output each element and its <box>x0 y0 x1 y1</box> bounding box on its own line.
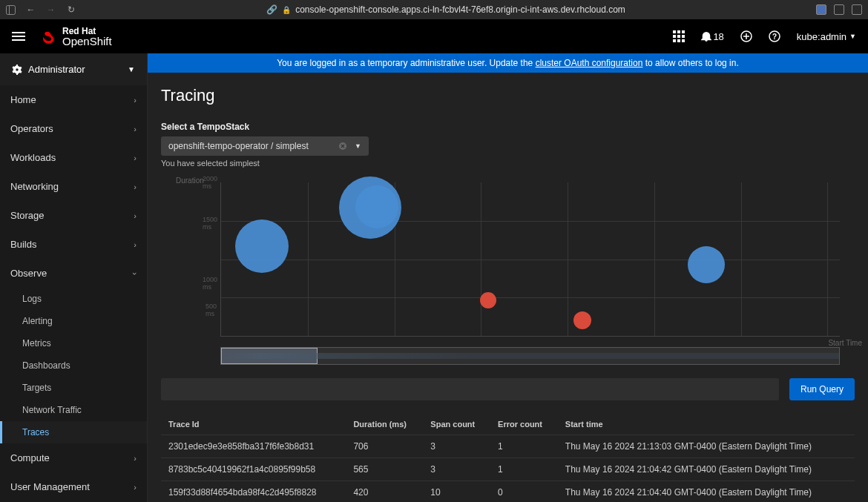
lock-icon: 🔒 <box>282 6 291 14</box>
query-input[interactable] <box>161 378 779 400</box>
browser-chrome: ← → ↻ 🔗 🔒 console-openshift-console.apps… <box>0 0 868 19</box>
col-trace-id[interactable]: Trace Id <box>161 414 346 435</box>
chevron-down-icon: › <box>131 272 139 275</box>
brand-text-bottom: OpenShift <box>62 36 112 47</box>
redhat-logo-icon <box>40 28 56 44</box>
chevron-down-icon: ▼ <box>355 142 361 150</box>
chevron-down-icon: ▼ <box>849 33 856 40</box>
sidebar-item-workloads[interactable]: Workloads› <box>0 143 147 172</box>
sidebar-item-observe[interactable]: Observe› <box>0 259 147 288</box>
run-query-button[interactable]: Run Query <box>789 378 855 400</box>
sidebar-sub-dashboards[interactable]: Dashboards <box>0 354 147 377</box>
table-row[interactable]: 159f33d88f4654bda98f4c2d495f8828420100Th… <box>161 481 855 503</box>
chevron-right-icon: › <box>134 182 137 191</box>
hamburger-icon[interactable] <box>12 32 25 41</box>
forward-icon[interactable]: → <box>46 5 56 15</box>
page-title: Tracing <box>161 86 855 105</box>
sidebar-sub-metrics[interactable]: Metrics <box>0 332 147 354</box>
clear-icon[interactable] <box>338 142 347 151</box>
sidebar: Administrator ▼ Home› Operators› Workloa… <box>0 53 148 502</box>
notification-count: 18 <box>713 31 723 42</box>
app-launcher-icon[interactable] <box>673 30 685 42</box>
trace-bubble[interactable] <box>688 246 725 283</box>
chart-ylabel: Duration <box>176 176 204 185</box>
chevron-right-icon: › <box>134 240 137 249</box>
col-duration[interactable]: Duration (ms) <box>346 414 423 435</box>
perspective-switcher[interactable]: Administrator ▼ <box>0 53 147 85</box>
sidebar-item-compute[interactable]: Compute› <box>0 443 147 472</box>
time-brush[interactable] <box>220 347 840 365</box>
link-icon: 🔗 <box>266 4 277 15</box>
browser-url[interactable]: console-openshift-console.apps.ci-ln-fcb… <box>295 4 625 15</box>
sidebar-sub-targets[interactable]: Targets <box>0 377 147 399</box>
tempostack-label: Select a TempoStack <box>161 122 855 132</box>
sidebar-item-networking[interactable]: Networking› <box>0 172 147 201</box>
bell-icon <box>701 31 711 42</box>
table-row[interactable]: 2301edec9e3e858fba317f6fe3b8d3170631Thu … <box>161 435 855 458</box>
banner-oauth-link[interactable]: cluster OAuth configuration <box>536 58 643 68</box>
trace-table: Trace Id Duration (ms) Span count Error … <box>161 414 855 502</box>
perspective-label: Administrator <box>28 64 85 75</box>
svg-rect-0 <box>7 5 16 14</box>
sidebar-item-home[interactable]: Home› <box>0 85 147 114</box>
trace-scatter-chart[interactable]: Duration 2000 ms 1500 ms 1000 ms 500 ms <box>206 182 840 346</box>
sidebar-item-operators[interactable]: Operators› <box>0 114 147 143</box>
help-icon[interactable]: ? <box>769 30 780 42</box>
tab-overview-icon[interactable] <box>834 4 844 15</box>
tempostack-hint: You have selected simplest <box>161 159 855 168</box>
col-start-time[interactable]: Start time <box>558 414 855 435</box>
sidebar-item-user-management[interactable]: User Management› <box>0 472 147 501</box>
trace-bubble-error[interactable] <box>480 292 496 308</box>
info-banner: You are logged in as a temporary adminis… <box>148 53 868 73</box>
chevron-right-icon: › <box>134 454 137 463</box>
brand-text-top: Red Hat <box>62 27 112 36</box>
extension-icon[interactable] <box>816 4 826 15</box>
brush-selection[interactable] <box>221 348 318 364</box>
sidebar-sub-logs[interactable]: Logs <box>0 288 147 310</box>
trace-bubble[interactable] <box>355 185 398 228</box>
table-row[interactable]: 8783bc5c40419962f1a4c0895f99b5856531Thu … <box>161 458 855 481</box>
import-icon[interactable] <box>740 30 752 42</box>
sidebar-toggle-icon[interactable] <box>6 5 16 15</box>
main-content: You are logged in as a temporary adminis… <box>148 53 868 502</box>
sidebar-sub-traces[interactable]: Traces <box>0 421 147 443</box>
masthead: Red Hat OpenShift 18 ? kube:admin ▼ <box>0 19 868 53</box>
chevron-down-icon: ▼ <box>128 65 135 73</box>
chart-xlabel: Start Time <box>828 339 862 347</box>
sidebar-item-builds[interactable]: Builds› <box>0 230 147 259</box>
sidebar-item-storage[interactable]: Storage› <box>0 201 147 230</box>
sidebar-sub-network-traffic[interactable]: Network Traffic <box>0 399 147 421</box>
back-icon[interactable]: ← <box>26 5 36 15</box>
svg-text:?: ? <box>772 33 777 41</box>
tempostack-value: openshift-tempo-operator / simplest <box>168 141 309 151</box>
tempostack-select[interactable]: openshift-tempo-operator / simplest ▼ <box>161 136 369 156</box>
chevron-right-icon: › <box>134 211 137 220</box>
col-span-count[interactable]: Span count <box>423 414 490 435</box>
chevron-right-icon: › <box>134 483 137 492</box>
gear-icon <box>12 65 22 75</box>
chevron-right-icon: › <box>134 153 137 162</box>
user-menu[interactable]: kube:admin ▼ <box>797 31 856 42</box>
notifications-button[interactable]: 18 <box>701 31 723 42</box>
chevron-right-icon: › <box>134 125 137 133</box>
chart-grid <box>220 182 840 337</box>
brand-logo[interactable]: Red Hat OpenShift <box>40 27 112 47</box>
reload-icon[interactable]: ↻ <box>66 5 76 15</box>
sidebar-sub-alerting[interactable]: Alerting <box>0 310 147 332</box>
panel-icon[interactable] <box>852 4 862 15</box>
chevron-right-icon: › <box>134 96 137 105</box>
trace-bubble[interactable] <box>235 219 289 273</box>
col-error-count[interactable]: Error count <box>490 414 558 435</box>
trace-bubble-error[interactable] <box>573 311 591 329</box>
